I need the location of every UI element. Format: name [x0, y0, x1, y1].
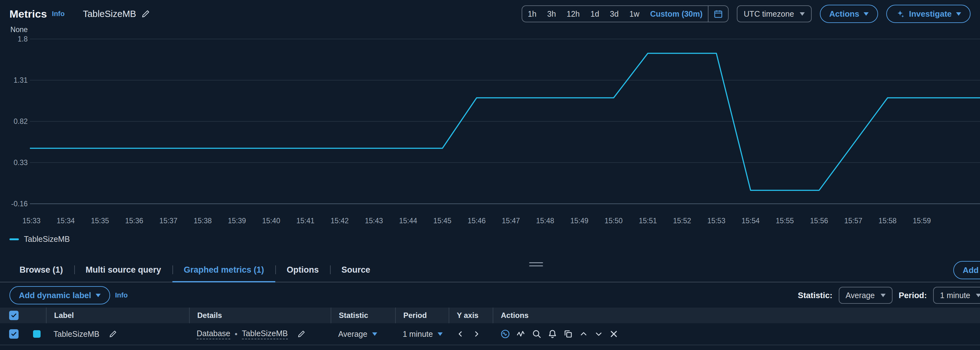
tab-browse[interactable]: Browse (1)	[8, 258, 74, 282]
tab-options[interactable]: Options	[275, 258, 330, 282]
row-checkbox[interactable]	[9, 329, 19, 339]
calendar-icon[interactable]	[708, 6, 728, 22]
time-range-1d[interactable]: 1d	[585, 6, 605, 22]
graphed-metrics-controls: Add dynamic label Info Statistic: Averag…	[0, 282, 980, 303]
column-header-actions: Actions	[493, 307, 980, 323]
time-range-1h[interactable]: 1h	[522, 6, 542, 22]
line-chart: 1.81.310.820.33-0.16None15:3315:3415:351…	[0, 28, 980, 229]
chart-legend: TableSizeMB	[0, 229, 980, 243]
table-row: TableSizeMB Database • TableSizeMB Avera…	[0, 323, 980, 345]
caret-down-icon	[864, 12, 869, 16]
actions-button-label: Actions	[829, 9, 859, 19]
edit-details-pencil-icon[interactable]	[297, 330, 305, 338]
svg-text:-0.16: -0.16	[11, 200, 28, 208]
timezone-select[interactable]: UTC timezone	[737, 5, 812, 22]
column-header-y-axis: Y axis	[449, 307, 493, 323]
select-all-checkbox[interactable]	[9, 311, 19, 320]
svg-text:15:43: 15:43	[365, 217, 383, 225]
period-select[interactable]: 1 minute	[933, 287, 980, 304]
period-label: Period:	[899, 291, 927, 300]
statistic-label: Statistic:	[798, 291, 832, 300]
legend-color-dash	[10, 239, 19, 240]
caret-down-icon	[881, 294, 886, 297]
alarm-bell-icon[interactable]	[547, 329, 557, 339]
time-range-3h[interactable]: 3h	[542, 6, 561, 22]
tab-source[interactable]: Source	[330, 258, 382, 282]
remove-metric-icon[interactable]	[609, 329, 619, 339]
investigate-button[interactable]: Investigate	[886, 5, 970, 23]
statistic-period-controls: Statistic: Average Period: 1 minute	[798, 287, 970, 304]
chevron-down-icon[interactable]	[594, 329, 603, 339]
svg-text:15:38: 15:38	[194, 217, 212, 225]
sparkline-icon[interactable]	[516, 329, 526, 339]
row-period-select[interactable]: 1 minute	[403, 329, 443, 339]
svg-text:0.33: 0.33	[14, 159, 28, 167]
page-title: Metrics	[10, 8, 47, 20]
page-header: Metrics Info TableSizeMB 1h 3h 12h 1d 3d…	[0, 0, 980, 28]
statistic-select[interactable]: Average	[839, 287, 892, 304]
details-cell: Database • TableSizeMB	[189, 329, 331, 339]
svg-text:15:36: 15:36	[125, 217, 143, 225]
statistic-cell: Average	[331, 329, 395, 339]
sparkle-icon	[896, 10, 905, 18]
actions-button[interactable]: Actions	[820, 5, 878, 23]
row-checkbox-cell	[0, 329, 28, 339]
metric-chart[interactable]: 1.81.310.820.33-0.16None15:3315:3415:351…	[0, 28, 980, 229]
header-checkbox-cell	[0, 311, 28, 320]
row-statistic-select[interactable]: Average	[338, 329, 377, 339]
y-axis-right-button[interactable]	[472, 329, 481, 338]
caret-down-icon	[95, 294, 101, 297]
header-toolbar: 1h 3h 12h 1d 3d 1w Custom (30m) UTC time…	[522, 5, 970, 23]
anomaly-detection-icon[interactable]	[500, 329, 510, 339]
column-header-statistic: Statistic	[331, 307, 395, 323]
svg-text:15:34: 15:34	[57, 217, 75, 225]
period-cell: 1 minute	[395, 329, 449, 339]
caret-down-icon	[438, 332, 443, 336]
details-metric[interactable]: TableSizeMB	[242, 329, 288, 339]
add-math-button-label: Add math	[963, 266, 980, 275]
svg-text:15:41: 15:41	[296, 217, 315, 225]
y-axis-left-button[interactable]	[456, 329, 465, 338]
caret-down-icon	[956, 12, 961, 16]
caret-down-icon	[372, 332, 377, 336]
svg-text:15:52: 15:52	[673, 217, 691, 225]
duplicate-icon[interactable]	[563, 329, 573, 339]
actions-cell	[493, 329, 980, 339]
column-header-details: Details	[189, 307, 331, 323]
svg-text:0.82: 0.82	[14, 117, 28, 126]
time-range-3d[interactable]: 3d	[605, 6, 624, 22]
svg-text:15:55: 15:55	[776, 217, 794, 225]
dynamic-label-info-link[interactable]: Info	[115, 291, 128, 299]
row-color-cell	[28, 330, 46, 338]
chevron-up-icon[interactable]	[579, 329, 588, 339]
svg-text:1.8: 1.8	[18, 35, 28, 43]
time-range-selector: 1h 3h 12h 1d 3d 1w Custom (30m)	[522, 5, 729, 22]
time-range-1w[interactable]: 1w	[624, 6, 644, 22]
metrics-info-link[interactable]: Info	[52, 10, 65, 18]
svg-text:15:54: 15:54	[741, 217, 760, 225]
add-math-button[interactable]: Add math	[953, 261, 980, 279]
svg-text:15:53: 15:53	[707, 217, 725, 225]
details-namespace[interactable]: Database	[197, 329, 230, 339]
add-dynamic-label-button[interactable]: Add dynamic label	[10, 286, 110, 304]
svg-text:1.31: 1.31	[14, 76, 28, 84]
time-range-12h[interactable]: 12h	[561, 6, 585, 22]
search-icon[interactable]	[532, 329, 542, 339]
metric-color-swatch	[33, 330, 41, 338]
period-select-value: 1 minute	[940, 291, 970, 300]
svg-text:15:56: 15:56	[810, 217, 828, 225]
svg-text:15:44: 15:44	[399, 217, 417, 225]
svg-text:15:35: 15:35	[91, 217, 109, 225]
svg-text:15:42: 15:42	[331, 217, 349, 225]
legend-label[interactable]: TableSizeMB	[24, 235, 70, 244]
column-header-period: Period	[395, 307, 449, 323]
tab-bar: Browse (1) Multi source query Graphed me…	[0, 258, 980, 282]
edit-graph-title-pencil-icon[interactable]	[141, 10, 150, 18]
svg-text:15:50: 15:50	[605, 217, 623, 225]
edit-label-pencil-icon[interactable]	[109, 330, 117, 338]
tab-multi-source-query[interactable]: Multi source query	[74, 258, 172, 282]
tab-graphed-metrics[interactable]: Graphed metrics (1)	[172, 258, 275, 282]
details-separator: •	[235, 329, 237, 339]
time-range-custom[interactable]: Custom (30m)	[644, 6, 708, 22]
table-header-row: Label Details Statistic Period Y axis Ac…	[0, 307, 980, 323]
